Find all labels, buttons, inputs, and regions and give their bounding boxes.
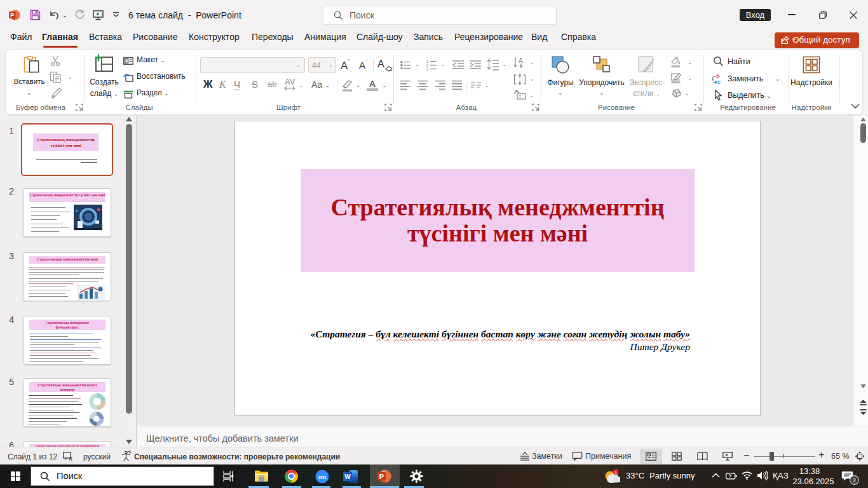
svg-text:3: 3: [426, 67, 428, 71]
svg-text:P: P: [10, 11, 15, 18]
svg-text:1: 1: [614, 470, 617, 475]
svg-text:c: c: [717, 79, 721, 85]
svg-text:A: A: [519, 57, 523, 64]
svg-text:zm: zm: [318, 474, 327, 480]
svg-text:P: P: [379, 473, 384, 480]
svg-text:W: W: [344, 473, 351, 480]
svg-text:2: 2: [853, 477, 856, 484]
